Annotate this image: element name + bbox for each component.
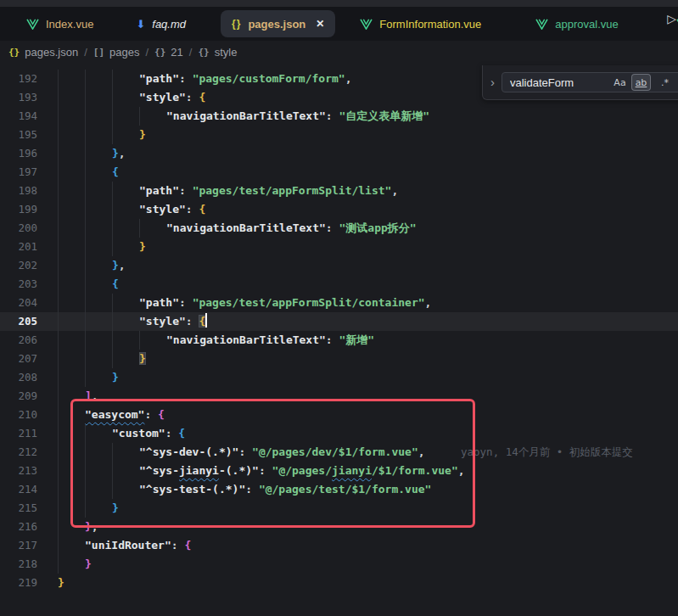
code-line-206[interactable]: 206"navigationBarTitleText": "新增" [0,331,678,350]
code-line-202[interactable]: 202}, [0,256,678,275]
code-line-216[interactable]: 216}, [0,518,678,536]
code-text: "uniIdRouter": { [85,536,191,555]
line-number: 200 [0,219,37,238]
token: { [112,277,119,290]
code-line-205[interactable]: 205"style": { [0,312,678,331]
indent-guide [58,238,59,256]
token: : [179,184,193,197]
breadcrumb-label: 21 [171,46,182,59]
token: "自定义表单新增" [339,109,430,122]
indent-guide [85,480,86,499]
tab-faq-md[interactable]: ⬇faq.md [125,10,197,37]
indent-guide [85,126,86,144]
breadcrumb-label: style [215,46,238,59]
code-line-217[interactable]: 217"uniIdRouter": { [0,536,678,555]
find-input[interactable] [502,73,608,92]
code-line-199[interactable]: 199"style": { [0,200,678,219]
code-line-207[interactable]: 207} [0,350,678,368]
code-text: } [112,499,119,518]
token: } [139,128,146,141]
code-line-215[interactable]: 215} [0,499,678,518]
code-line-196[interactable]: 196}, [0,144,678,163]
indent-guide [112,219,113,238]
code-line-214[interactable]: 214"^sys-test-(.*)": "@/pages/test/$1/fo… [0,480,678,499]
token: } [112,259,119,272]
code-text: } [139,126,146,144]
token: } [85,520,92,533]
code-text: "navigationBarTitleText": "测试app拆分" [166,219,417,238]
line-number: 215 [0,499,37,518]
vue-icon [360,19,373,30]
code-line-204[interactable]: 204"path": "pages/test/appFormSplit/cont… [0,294,678,312]
code-line-210[interactable]: 210"easycom": { [0,406,678,424]
code-line-213[interactable]: 213"^sys-jianyi-(.*)": "@/pages/jianyi/$… [0,462,678,480]
indent-guide [58,182,59,200]
token: } [112,147,119,160]
code-text: "navigationBarTitleText": "自定义表单新增" [166,107,429,126]
code-line-218[interactable]: 218} [0,555,678,574]
breadcrumb-item-21[interactable]: {}21 [154,46,183,59]
editor-code-area[interactable]: 192"path": "pages/customForm/form",193"s… [0,64,678,616]
indent-guide [58,331,59,350]
git-blame-annotation: yaoyn, 14个月前 • 初始版本提交 [461,443,633,462]
code-line-203[interactable]: 203{ [0,275,678,294]
breadcrumb-item-style[interactable]: {}style [198,46,237,59]
token: -(.*)" [219,464,259,477]
line-number: 213 [0,462,37,480]
token: } [139,352,146,365]
line-number: 203 [0,275,37,294]
indent-guide [112,294,113,312]
token: "^sys- [139,464,179,477]
token: "@/pages/ [272,464,332,477]
tab-index-vue[interactable]: Index.vue [15,10,104,37]
tab-approval-vue[interactable]: approval.vue [524,10,629,37]
code-line-198[interactable]: 198"path": "pages/test/appFormSplit/list… [0,182,678,200]
indent-guide [112,480,113,499]
indent-guide [85,144,86,163]
tab-forminformation-vue[interactable]: FormInformation.vue [349,10,492,37]
regex-button[interactable]: .* [656,75,674,90]
code-line-201[interactable]: 201} [0,238,678,256]
breadcrumb-item-pages[interactable]: []pages [93,46,140,59]
code-line-197[interactable]: 197{ [0,163,678,182]
token: "^sys-dev-(.*)" [139,445,238,458]
indent-guide [85,219,86,238]
indent-guide [85,424,86,443]
indent-guide [58,256,59,275]
code-line-211[interactable]: 211"custom": { [0,424,678,443]
indent-guide [112,350,113,368]
token: "@/pages/test/$1/form.vue" [259,483,432,496]
find-expand-chevron-icon[interactable]: › [483,75,501,91]
tab-pages-json[interactable]: {}pages.json✕ [221,10,335,37]
indent-guide [58,275,59,294]
token: "navigationBarTitleText" [166,221,326,234]
token: "@/pages/dev/$1/form.vue" [252,445,418,458]
indent-guide [112,238,113,256]
code-line-195[interactable]: 195} [0,126,678,144]
whole-word-button[interactable]: ab [632,75,650,90]
line-number: 219 [0,574,37,592]
line-number: 205 [0,312,37,331]
code-line-194[interactable]: 194"navigationBarTitleText": "自定义表单新增" [0,107,678,126]
indent-guide [58,88,59,107]
breadcrumb-item-pages.json[interactable]: {}pages.json [8,46,78,59]
close-icon[interactable]: ✕ [316,18,324,30]
code-line-212[interactable]: 212"^sys-dev-(.*)": "@/pages/dev/$1/form… [0,443,678,462]
code-line-209[interactable]: 209], [0,387,678,406]
match-case-button[interactable]: Aa [611,75,629,90]
line-number: 208 [0,368,37,387]
indent-guide [112,182,113,200]
token: , [425,296,432,309]
code-line-200[interactable]: 200"navigationBarTitleText": "测试app拆分" [0,219,678,238]
code-line-219[interactable]: 219} [0,574,678,592]
indent-guide [85,163,86,182]
token: : [245,483,259,496]
token: : [259,464,272,477]
code-text: { [112,275,119,294]
tab-overflow-icon[interactable]: ▷ [667,12,676,25]
code-line-208[interactable]: 208} [0,368,678,387]
indent-guide [112,443,113,462]
indent-guide [58,163,59,182]
line-number: 218 [0,555,37,574]
indent-guide [58,424,59,443]
